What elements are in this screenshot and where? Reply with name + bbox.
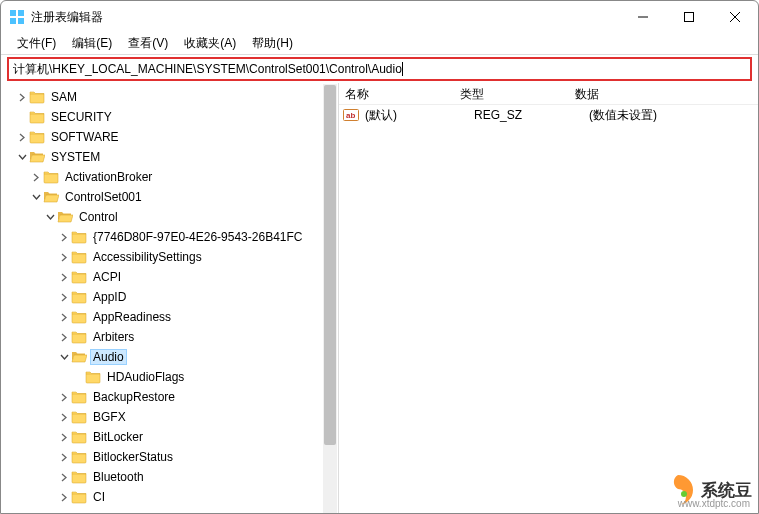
folder-icon: [43, 190, 59, 204]
chevron-right-icon[interactable]: [57, 290, 71, 304]
chevron-right-icon[interactable]: [57, 390, 71, 404]
chevron-right-icon[interactable]: [57, 410, 71, 424]
tree-item-label: BitLocker: [90, 430, 146, 444]
tree-scrollbar-track[interactable]: [323, 84, 337, 514]
svg-text:ab: ab: [346, 111, 355, 120]
value-data: (数值未设置): [587, 107, 758, 124]
tree-item-appid[interactable]: AppID: [1, 287, 338, 307]
value-type: REG_SZ: [472, 108, 587, 122]
tree-item-bgfx[interactable]: BGFX: [1, 407, 338, 427]
minimize-button[interactable]: [620, 1, 666, 33]
content-area: SAMSECURITYSOFTWARESYSTEMActivationBroke…: [1, 83, 758, 514]
chevron-right-icon[interactable]: [57, 310, 71, 324]
string-value-icon: ab: [343, 107, 359, 123]
tree-item-label: BitlockerStatus: [90, 450, 176, 464]
folder-icon: [71, 350, 87, 364]
folder-icon: [71, 410, 87, 424]
svg-point-10: [681, 491, 687, 497]
tree-item-label: ACPI: [90, 270, 124, 284]
tree-scrollbar-thumb[interactable]: [324, 85, 336, 445]
tree-item-security[interactable]: SECURITY: [1, 107, 338, 127]
menu-file[interactable]: 文件(F): [9, 33, 64, 54]
tree-item-appreadiness[interactable]: AppReadiness: [1, 307, 338, 327]
folder-icon: [29, 130, 45, 144]
tree-item-bluetooth[interactable]: Bluetooth: [1, 467, 338, 487]
list-row[interactable]: ab (默认) REG_SZ (数值未设置): [339, 105, 758, 125]
menu-help[interactable]: 帮助(H): [244, 33, 301, 54]
folder-icon: [71, 450, 87, 464]
tree-item-label: Bluetooth: [90, 470, 147, 484]
tree-item-label: {7746D80F-97E0-4E26-9543-26B41FC: [90, 230, 305, 244]
menu-view[interactable]: 查看(V): [120, 33, 176, 54]
menu-edit[interactable]: 编辑(E): [64, 33, 120, 54]
address-path: 计算机\HKEY_LOCAL_MACHINE\SYSTEM\ControlSet…: [13, 61, 402, 78]
tree-item-controlset001[interactable]: ControlSet001: [1, 187, 338, 207]
chevron-down-icon[interactable]: [43, 210, 57, 224]
chevron-down-icon[interactable]: [57, 350, 71, 364]
column-name[interactable]: 名称: [339, 83, 454, 104]
tree-item-sam[interactable]: SAM: [1, 87, 338, 107]
tree-item-label: BackupRestore: [90, 390, 178, 404]
tree-item-label: Control: [76, 210, 121, 224]
chevron-right-icon[interactable]: [57, 330, 71, 344]
tree-item-label: SYSTEM: [48, 150, 103, 164]
list-pane[interactable]: 名称 类型 数据 ab (默认) REG_SZ (数值未设置): [339, 83, 758, 514]
tree-item-system[interactable]: SYSTEM: [1, 147, 338, 167]
svg-rect-3: [18, 18, 24, 24]
tree-item-hdaudioflags[interactable]: HDAudioFlags: [1, 367, 338, 387]
close-button[interactable]: [712, 1, 758, 33]
tree-item-arbiters[interactable]: Arbiters: [1, 327, 338, 347]
tree-item-guidkey[interactable]: {7746D80F-97E0-4E26-9543-26B41FC: [1, 227, 338, 247]
tree-item-bitlocker[interactable]: BitLocker: [1, 427, 338, 447]
chevron-right-icon[interactable]: [15, 90, 29, 104]
chevron-right-icon[interactable]: [57, 250, 71, 264]
maximize-button[interactable]: [666, 1, 712, 33]
tree-item-backuprestore[interactable]: BackupRestore: [1, 387, 338, 407]
watermark-url: www.xtdptc.com: [678, 498, 750, 509]
tree-item-control[interactable]: Control: [1, 207, 338, 227]
watermark: 系统豆 www.xtdptc.com: [661, 473, 752, 507]
tree-item-label: ControlSet001: [62, 190, 145, 204]
chevron-right-icon[interactable]: [57, 490, 71, 504]
value-name: (默认): [363, 107, 472, 124]
tree-item-software[interactable]: SOFTWARE: [1, 127, 338, 147]
tree-item-label: SECURITY: [48, 110, 115, 124]
menu-favorites[interactable]: 收藏夹(A): [176, 33, 244, 54]
tree-pane[interactable]: SAMSECURITYSOFTWARESYSTEMActivationBroke…: [1, 83, 339, 514]
svg-rect-5: [685, 13, 694, 22]
window-title: 注册表编辑器: [31, 9, 620, 26]
chevron-down-icon[interactable]: [29, 190, 43, 204]
folder-icon: [71, 230, 87, 244]
tree-item-label: SOFTWARE: [48, 130, 122, 144]
chevron-right-icon[interactable]: [57, 450, 71, 464]
chevron-right-icon[interactable]: [57, 230, 71, 244]
tree-item-ci[interactable]: CI: [1, 487, 338, 507]
column-data[interactable]: 数据: [569, 83, 758, 104]
tree-item-activationbroker[interactable]: ActivationBroker: [1, 167, 338, 187]
tree-item-accessibilitysettings[interactable]: AccessibilitySettings: [1, 247, 338, 267]
chevron-right-icon[interactable]: [29, 170, 43, 184]
chevron-right-icon[interactable]: [15, 130, 29, 144]
address-bar[interactable]: 计算机\HKEY_LOCAL_MACHINE\SYSTEM\ControlSet…: [7, 57, 752, 81]
tree-item-acpi[interactable]: ACPI: [1, 267, 338, 287]
folder-icon: [71, 250, 87, 264]
tree-item-label: ActivationBroker: [62, 170, 155, 184]
tree-item-audio[interactable]: Audio: [1, 347, 338, 367]
folder-icon: [29, 150, 45, 164]
tree-item-label: BGFX: [90, 410, 129, 424]
folder-icon: [71, 270, 87, 284]
folder-icon: [71, 290, 87, 304]
tree-item-label: AppReadiness: [90, 310, 174, 324]
app-icon: [9, 9, 25, 25]
chevron-right-icon[interactable]: [57, 270, 71, 284]
chevron-down-icon[interactable]: [15, 150, 29, 164]
folder-icon: [85, 370, 101, 384]
column-type[interactable]: 类型: [454, 83, 569, 104]
folder-icon: [71, 430, 87, 444]
tree-item-label: AppID: [90, 290, 129, 304]
menu-bar: 文件(F) 编辑(E) 查看(V) 收藏夹(A) 帮助(H): [1, 33, 758, 55]
chevron-right-icon[interactable]: [57, 430, 71, 444]
window-controls: [620, 1, 758, 33]
chevron-right-icon[interactable]: [57, 470, 71, 484]
tree-item-bitlockerstatus[interactable]: BitlockerStatus: [1, 447, 338, 467]
